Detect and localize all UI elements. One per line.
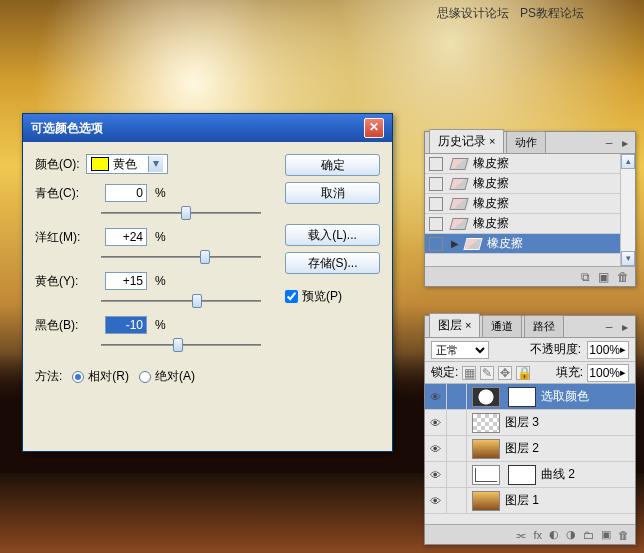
layer-thumbnail[interactable] (472, 439, 500, 459)
lock-transparency-icon[interactable]: ▦ (462, 366, 476, 380)
percent-label: % (155, 186, 169, 200)
magenta-label: 洋红(M): (35, 229, 97, 246)
color-value: 黄色 (113, 156, 137, 173)
delete-icon[interactable]: 🗑 (617, 270, 629, 284)
layers-panel: 图层 × 通道 路径 –▸ 正常 不透明度: 100%▸ 锁定: ▦ ✎ ✥ 🔒… (424, 315, 636, 545)
group-icon[interactable]: 🗀 (583, 529, 594, 541)
lock-label: 锁定: (431, 364, 458, 381)
layer-row[interactable]: 选取颜色 (425, 384, 635, 410)
layer-thumbnail[interactable] (472, 491, 500, 511)
visibility-icon[interactable] (425, 384, 447, 409)
color-dropdown[interactable]: 黄色 ▾ (86, 154, 168, 174)
opacity-label: 不透明度: (530, 341, 581, 358)
ok-button[interactable]: 确定 (285, 154, 380, 176)
eraser-icon (449, 178, 468, 190)
layer-style-icon[interactable]: fx (533, 529, 542, 541)
load-button[interactable]: 载入(L)... (285, 224, 380, 246)
history-panel: 历史记录 × 动作 –▸ 橡皮擦 橡皮擦 橡皮擦 橡皮擦 ▶橡皮擦 ▴▾ ⧉ ▣… (424, 131, 636, 287)
dialog-title: 可选颜色选项 (31, 120, 103, 137)
history-item[interactable]: ▶橡皮擦 (425, 234, 635, 254)
tab-history[interactable]: 历史记录 × (429, 129, 504, 153)
color-label: 颜色(O): (35, 156, 80, 173)
cancel-button[interactable]: 取消 (285, 182, 380, 204)
panel-menu-icon[interactable]: ▸ (619, 322, 631, 334)
layer-thumbnail[interactable] (472, 387, 500, 407)
new-state-icon[interactable]: ▣ (598, 270, 609, 284)
history-item[interactable]: 橡皮擦 (425, 214, 635, 234)
history-item[interactable]: 橡皮擦 (425, 174, 635, 194)
eraser-icon (449, 218, 468, 230)
cyan-slider[interactable] (101, 204, 261, 222)
layers-list: 选取颜色 图层 3 图层 2 曲线 2 图层 1 (425, 384, 635, 524)
preview-checkbox[interactable] (285, 290, 298, 303)
fill-label: 填充: (556, 364, 583, 381)
lock-position-icon[interactable]: ✥ (498, 366, 512, 380)
visibility-icon[interactable] (425, 462, 447, 487)
new-layer-icon[interactable]: ▣ (601, 528, 611, 541)
preview-label: 预览(P) (302, 288, 342, 305)
layer-thumbnail[interactable] (472, 465, 500, 485)
layer-thumbnail[interactable] (472, 413, 500, 433)
color-swatch-icon (91, 157, 109, 171)
tab-actions[interactable]: 动作 (506, 131, 546, 153)
close-icon[interactable]: ✕ (364, 118, 384, 138)
link-layers-icon[interactable]: ⫘ (515, 529, 526, 541)
history-list: 橡皮擦 橡皮擦 橡皮擦 橡皮擦 ▶橡皮擦 (425, 154, 635, 266)
lock-all-icon[interactable]: 🔒 (516, 366, 530, 380)
tab-layers[interactable]: 图层 × (429, 313, 480, 337)
new-snapshot-icon[interactable]: ⧉ (581, 270, 590, 284)
history-item[interactable]: 橡皮擦 (425, 154, 635, 174)
yellow-slider[interactable] (101, 292, 261, 310)
layer-row[interactable]: 图层 3 (425, 410, 635, 436)
layer-row[interactable]: 曲线 2 (425, 462, 635, 488)
dialog-titlebar[interactable]: 可选颜色选项 ✕ (23, 114, 392, 142)
absolute-radio[interactable]: 绝对(A) (139, 368, 195, 385)
layer-row[interactable]: 图层 2 (425, 436, 635, 462)
tab-channels[interactable]: 通道 (482, 315, 522, 337)
layer-mask-icon[interactable]: ◐ (549, 528, 559, 541)
mask-thumbnail[interactable] (508, 465, 536, 485)
panel-minimize-icon[interactable]: – (603, 322, 615, 334)
black-input[interactable] (105, 316, 147, 334)
opacity-input[interactable]: 100%▸ (587, 341, 629, 359)
cyan-input[interactable] (105, 184, 147, 202)
scrollbar[interactable]: ▴▾ (620, 154, 635, 266)
magenta-input[interactable] (105, 228, 147, 246)
mask-thumbnail[interactable] (508, 387, 536, 407)
delete-layer-icon[interactable]: 🗑 (618, 529, 629, 541)
watermark-top: 思缘设计论坛 PS教程论坛 (437, 5, 584, 22)
magenta-slider[interactable] (101, 248, 261, 266)
fill-input[interactable]: 100%▸ (587, 364, 629, 382)
layer-row[interactable]: 图层 1 (425, 488, 635, 514)
history-item[interactable]: 橡皮擦 (425, 194, 635, 214)
visibility-icon[interactable] (425, 410, 447, 435)
blend-mode-select[interactable]: 正常 (431, 341, 489, 359)
selective-color-dialog: 可选颜色选项 ✕ 颜色(O): 黄色 ▾ 青色(C): % (22, 113, 393, 452)
cyan-label: 青色(C): (35, 185, 97, 202)
method-label: 方法: (35, 368, 62, 385)
relative-radio[interactable]: 相对(R) (72, 368, 129, 385)
brush-icon: ▶ (451, 238, 459, 249)
visibility-icon[interactable] (425, 436, 447, 461)
eraser-icon (449, 198, 468, 210)
chevron-down-icon[interactable]: ▾ (148, 156, 163, 172)
panel-menu-icon[interactable]: ▸ (619, 138, 631, 150)
eraser-icon (449, 158, 468, 170)
black-slider[interactable] (101, 336, 261, 354)
adjustment-layer-icon[interactable]: ◑ (566, 528, 576, 541)
panel-minimize-icon[interactable]: – (603, 138, 615, 150)
yellow-label: 黄色(Y): (35, 273, 97, 290)
tab-paths[interactable]: 路径 (524, 315, 564, 337)
save-button[interactable]: 存储(S)... (285, 252, 380, 274)
yellow-input[interactable] (105, 272, 147, 290)
visibility-icon[interactable] (425, 488, 447, 513)
lock-pixels-icon[interactable]: ✎ (480, 366, 494, 380)
eraser-icon (463, 238, 482, 250)
black-label: 黑色(B): (35, 317, 97, 334)
